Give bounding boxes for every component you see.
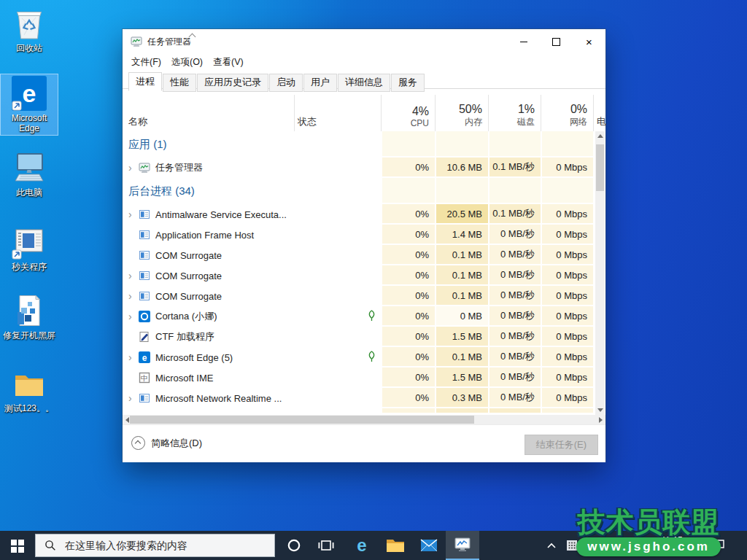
horizontal-scrollbar[interactable] xyxy=(123,415,605,424)
cell-mem xyxy=(435,178,488,204)
header-percent: 0% xyxy=(570,103,587,116)
menu-item-2[interactable]: 查看(V) xyxy=(208,55,249,70)
minimize-button[interactable] xyxy=(507,29,540,54)
cell-net: 0 Mbps xyxy=(541,368,593,388)
process-row[interactable]: ›Cortana (小娜)0%0 MB0 MB/秒0 Mbps xyxy=(123,306,605,327)
process-name-cell: ›COM Surrogate xyxy=(123,286,294,306)
desktop-icon-this-pc[interactable]: 此电脑 xyxy=(1,149,58,199)
cell-net: 0 Mbps xyxy=(541,204,593,225)
cortana-button[interactable] xyxy=(279,531,309,560)
process-row[interactable]: ›任务管理器0%10.6 MB0.1 MB/秒0 Mbps xyxy=(123,158,605,178)
process-status-cell xyxy=(294,327,381,347)
tab-进程[interactable]: 进程 xyxy=(128,72,162,91)
expand-chevron-icon[interactable]: › xyxy=(128,290,139,302)
process-row[interactable]: CTF 加载程序0%1.5 MB0 MB/秒0 Mbps xyxy=(123,327,605,347)
cell-cpu: 0% xyxy=(381,368,435,388)
vertical-scrollbar[interactable] xyxy=(595,131,605,415)
tab-用户[interactable]: 用户 xyxy=(303,74,337,92)
column-header-power-partial[interactable]: 电 xyxy=(593,95,606,131)
svg-text:中: 中 xyxy=(141,374,148,382)
end-task-button[interactable]: 结束任务(E) xyxy=(525,435,598,455)
cell-disk: 0 MB/秒 xyxy=(488,327,541,347)
task-view-icon xyxy=(317,537,335,553)
task-view-button[interactable] xyxy=(311,531,341,560)
expand-chevron-icon[interactable]: › xyxy=(128,162,139,174)
process-row[interactable]: ›Microsoft Network Realtime ...0%0.3 MB0… xyxy=(123,388,605,408)
process-row[interactable]: ›Antimalware Service Executa...0%20.5 MB… xyxy=(123,204,605,225)
svg-text:e: e xyxy=(357,535,366,555)
header-metric-label: 内存 xyxy=(465,116,482,128)
status-bar: 简略信息(D) 结束任务(E) xyxy=(123,424,605,462)
cell-net: 0 Mbps xyxy=(541,306,593,327)
desktop-icon-fix-bootscreen[interactable]: 修复开机黑屏 xyxy=(1,292,58,342)
search-input[interactable] xyxy=(63,539,263,552)
column-header-name[interactable]: 名称 xyxy=(123,95,294,131)
scroll-up-arrow[interactable] xyxy=(595,131,605,141)
suspended-leaf-icon xyxy=(367,351,376,365)
test-folder-icon xyxy=(12,366,47,401)
taskbar-task-manager-button[interactable] xyxy=(446,531,479,560)
column-header-status[interactable]: 状态 xyxy=(294,95,381,131)
expand-chevron-icon[interactable]: › xyxy=(128,351,139,363)
taskbar-search-box[interactable] xyxy=(35,534,275,557)
menu-item-0[interactable]: 文件(F) xyxy=(126,55,166,70)
desktop-icon-recycle-bin[interactable]: 回收站 xyxy=(1,4,58,55)
desktop-icon-edge[interactable]: eMicrosoft Edge xyxy=(1,74,58,135)
process-row[interactable]: 中Microsoft IME0%1.5 MB0 MB/秒0 Mbps xyxy=(123,368,605,388)
process-row[interactable]: ›COM Surrogate0%0.1 MB0 MB/秒0 Mbps xyxy=(123,265,605,286)
cell-net: 0 Mbps xyxy=(541,388,593,408)
watermark-url-badge: www.jsgho.com xyxy=(576,537,721,556)
process-name-cell: CTF 加载程序 xyxy=(123,327,294,347)
expand-chevron-icon[interactable]: › xyxy=(128,311,139,322)
tab-启动[interactable]: 启动 xyxy=(269,74,303,92)
process-group-header[interactable]: 应用 (1) xyxy=(123,131,605,158)
scroll-down-arrow[interactable] xyxy=(595,405,605,415)
cell-cpu: 0% xyxy=(381,286,435,306)
expand-chevron-icon[interactable]: › xyxy=(128,392,139,404)
cell-disk: 0.1 MB/秒 xyxy=(488,158,541,178)
tab-详细信息[interactable]: 详细信息 xyxy=(338,74,390,92)
horizontal-scrollbar-thumb[interactable] xyxy=(130,416,474,424)
process-row[interactable]: COM Surrogate0%0.1 MB0 MB/秒0 Mbps xyxy=(123,245,605,265)
cell-cpu: 0% xyxy=(381,204,435,225)
desktop-icon-quick-close[interactable]: 秒关程序 xyxy=(1,223,58,273)
process-name: 任务管理器 xyxy=(155,161,203,174)
expand-chevron-icon[interactable]: › xyxy=(128,270,139,281)
cell-disk: 0 MB/秒 xyxy=(488,286,541,306)
taskbar-file-explorer-button[interactable] xyxy=(379,531,412,560)
group-label: 应用 (1) xyxy=(123,131,381,158)
start-button[interactable] xyxy=(0,531,35,560)
cell-disk: 0 MB/秒 xyxy=(488,388,541,408)
tab-性能[interactable]: 性能 xyxy=(163,74,196,92)
taskbar-mail-button[interactable] xyxy=(412,531,446,560)
fewer-details-toggle[interactable]: 简略信息(D) xyxy=(131,436,202,450)
app-window-icon xyxy=(139,270,150,281)
expand-chevron-icon[interactable]: › xyxy=(128,209,139,220)
column-header-row: 名称 状态 4%CPU 50%内存 1%磁盘 0%网络 电 xyxy=(123,95,605,132)
process-row[interactable]: ›COM Surrogate0%0.1 MB0 MB/秒0 Mbps xyxy=(123,286,605,306)
vertical-scrollbar-thumb[interactable] xyxy=(596,144,604,191)
process-group-header[interactable]: 后台进程 (34) xyxy=(123,178,605,204)
desktop-icon-test-folder[interactable]: 测试123。。 xyxy=(1,365,58,415)
column-header-disk[interactable]: 1%磁盘 xyxy=(488,95,541,131)
tray-show-hidden-icons-button[interactable] xyxy=(543,531,560,560)
scroll-right-arrow[interactable] xyxy=(596,415,605,424)
close-button[interactable]: × xyxy=(573,29,605,54)
tab-应用历史记录[interactable]: 应用历史记录 xyxy=(197,74,268,92)
cell-cpu: 0% xyxy=(381,225,435,245)
taskbar-edge-button[interactable]: e xyxy=(345,531,379,560)
column-header-network[interactable]: 0%网络 xyxy=(541,95,593,131)
menu-item-1[interactable]: 选项(O) xyxy=(166,55,208,70)
cell-cpu: 0% xyxy=(381,327,435,347)
tab-服务[interactable]: 服务 xyxy=(391,74,425,92)
edge-icon: e xyxy=(139,351,150,363)
process-row[interactable]: Application Frame Host0%1.4 MB0 MB/秒0 Mb… xyxy=(123,225,605,245)
cell-disk: 0 MB/秒 xyxy=(488,368,541,388)
maximize-button[interactable] xyxy=(540,29,573,54)
column-header-cpu[interactable]: 4%CPU xyxy=(381,95,435,131)
process-name: Application Frame Host xyxy=(155,230,254,241)
process-status-cell xyxy=(294,347,381,368)
process-row[interactable]: ›eMicrosoft Edge (5)0%0.1 MB0 MB/秒0 Mbps xyxy=(123,347,605,368)
process-status-cell xyxy=(294,204,381,225)
column-header-memory[interactable]: 50%内存 xyxy=(435,95,488,131)
